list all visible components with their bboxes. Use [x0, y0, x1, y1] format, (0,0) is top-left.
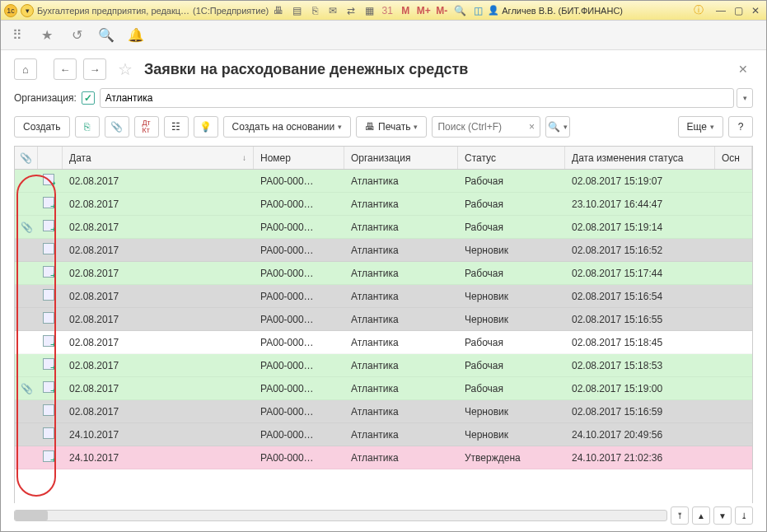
- panel-icon[interactable]: ◫: [471, 4, 484, 17]
- table-row[interactable]: 02.08.2017РА00-000…АтлантикаЧерновик02.0…: [15, 400, 752, 423]
- attach-button[interactable]: 📎: [105, 116, 129, 138]
- dtkt-button[interactable]: ДтКт: [134, 116, 159, 138]
- dropdown-icon[interactable]: ▾: [21, 4, 34, 17]
- preview-icon[interactable]: ▤: [290, 4, 303, 17]
- org-cell: Атлантика: [344, 337, 458, 348]
- apps-icon[interactable]: ⠿: [9, 27, 26, 44]
- user-label[interactable]: 👤 Агличев В.В. (БИТ.ФИНАНС): [488, 5, 623, 16]
- scroll-up-button[interactable]: ▲: [692, 506, 710, 525]
- scroll-down-button[interactable]: ▼: [713, 506, 732, 525]
- changed-cell: 02.08.2017 15:18:53: [565, 360, 715, 371]
- date-cell: 02.08.2017: [63, 291, 254, 302]
- col-changed[interactable]: Дата изменения статуса: [565, 147, 715, 169]
- col-number[interactable]: Номер: [254, 147, 344, 169]
- col-date[interactable]: Дата↓: [63, 147, 254, 169]
- m-minus-icon[interactable]: M-: [435, 4, 448, 17]
- table-row[interactable]: 📎02.08.2017РА00-000…АтлантикаРабочая02.0…: [15, 377, 752, 400]
- history-icon[interactable]: ↺: [68, 27, 85, 44]
- h-scroll-thumb[interactable]: [15, 511, 48, 520]
- search-input[interactable]: [433, 121, 523, 133]
- table-row[interactable]: 📎02.08.2017РА00-000…АтлантикаРабочая02.0…: [15, 216, 752, 239]
- date-cell: 02.08.2017: [63, 268, 254, 279]
- table-row[interactable]: 24.10.2017РА00-000…АтлантикаЧерновик24.1…: [15, 423, 752, 446]
- changed-cell: 02.08.2017 15:17:44: [565, 268, 715, 279]
- m-icon[interactable]: M: [399, 4, 412, 17]
- data-table: 📎 Дата↓ Номер Организация Статус Дата из…: [14, 146, 753, 503]
- favorite-icon[interactable]: ☆: [118, 59, 133, 79]
- idea-button[interactable]: 💡: [194, 116, 218, 138]
- table-row[interactable]: 02.08.2017РА00-000…АтлантикаЧерновик02.0…: [15, 308, 752, 331]
- structure-button[interactable]: ☷: [164, 116, 189, 138]
- table-row[interactable]: 02.08.2017РА00-000…АтлантикаРабочая23.10…: [15, 193, 752, 216]
- date-cell: 02.08.2017: [63, 406, 254, 418]
- table-row[interactable]: 02.08.2017РА00-000…АтлантикаЧерновик02.0…: [15, 239, 752, 262]
- doc-cell: [38, 174, 63, 188]
- forward-button[interactable]: →: [83, 58, 106, 80]
- maximize-button[interactable]: ▢: [731, 4, 746, 17]
- status-cell: Рабочая: [458, 175, 565, 187]
- org-input[interactable]: [100, 88, 734, 108]
- org-cell: Атлантика: [344, 406, 458, 418]
- send-icon[interactable]: ✉: [326, 4, 339, 17]
- changed-cell: 24.10.2017 20:49:56: [565, 429, 715, 441]
- col-org[interactable]: Организация: [344, 147, 458, 169]
- action-toolbar: Создать ⎘ 📎 ДтКт ☷ 💡 Создать на основани…: [1, 116, 766, 146]
- doc-icon: [43, 358, 54, 370]
- calc-icon[interactable]: ▦: [362, 4, 376, 17]
- zoom-icon[interactable]: 🔍: [453, 4, 466, 17]
- copy-doc-button[interactable]: ⎘: [75, 116, 100, 138]
- h-scrollbar[interactable]: [14, 510, 667, 521]
- close-button[interactable]: ✕: [748, 4, 763, 17]
- col-attach[interactable]: 📎: [15, 147, 38, 169]
- clear-search-button[interactable]: ×: [523, 121, 540, 133]
- date-cell: 02.08.2017: [63, 360, 254, 371]
- org-dropdown-button[interactable]: ▾: [737, 88, 753, 108]
- bell-icon[interactable]: 🔔: [128, 27, 144, 44]
- changed-cell: 02.08.2017 15:16:52: [565, 245, 715, 256]
- scroll-top-button[interactable]: ⤒: [671, 506, 689, 525]
- org-checkbox[interactable]: ✓: [82, 91, 95, 105]
- org-cell: Атлантика: [344, 175, 458, 187]
- col-doc[interactable]: [38, 147, 63, 169]
- copy-doc-icon: ⎘: [84, 121, 90, 133]
- create-button[interactable]: Создать: [14, 116, 70, 138]
- home-button[interactable]: ⌂: [14, 58, 37, 80]
- print-button[interactable]: 🖶 Печать ▾: [356, 116, 427, 138]
- bulb-icon: 💡: [199, 121, 212, 133]
- table-row[interactable]: 02.08.2017РА00-000…АтлантикаРабочая02.08…: [15, 354, 752, 377]
- info-icon[interactable]: ⓘ: [692, 4, 705, 17]
- date-cell: 02.08.2017: [63, 245, 254, 256]
- search-icon[interactable]: 🔍: [98, 27, 115, 44]
- scroll-bottom-button[interactable]: ⤓: [735, 506, 753, 525]
- back-button[interactable]: ←: [54, 58, 77, 80]
- doc-cell: [38, 243, 63, 257]
- changed-cell: 02.08.2017 15:19:14: [565, 222, 715, 233]
- compare-icon[interactable]: ⇄: [344, 4, 358, 17]
- calendar-icon[interactable]: 31: [381, 4, 394, 17]
- help-button[interactable]: ?: [728, 116, 753, 138]
- print-icon[interactable]: 🖶: [272, 4, 285, 17]
- doc-icon: [43, 266, 54, 278]
- more-button[interactable]: Еще ▾: [678, 116, 723, 138]
- table-row[interactable]: 24.10.2017РА00-000…АтлантикаУтверждена24…: [15, 446, 752, 469]
- m-plus-icon[interactable]: M+: [417, 4, 430, 17]
- minimize-button[interactable]: —: [713, 4, 728, 17]
- clip-icon: 📎: [110, 121, 123, 133]
- org-filter-row: Организация: ✓ ▾: [1, 85, 766, 116]
- org-cell: Атлантика: [344, 429, 458, 441]
- copy-icon[interactable]: ⎘: [308, 4, 321, 17]
- table-row[interactable]: 02.08.2017РА00-000…АтлантикаРабочая02.08…: [15, 170, 752, 193]
- table-row[interactable]: 02.08.2017РА00-000…АтлантикаЧерновик02.0…: [15, 285, 752, 308]
- close-page-button[interactable]: ✕: [738, 63, 748, 76]
- num-cell: РА00-000…: [254, 198, 344, 210]
- org-cell: Атлантика: [344, 360, 458, 371]
- status-cell: Черновик: [458, 314, 565, 325]
- doc-icon: [43, 312, 54, 324]
- table-row[interactable]: 02.08.2017РА00-000…АтлантикаРабочая02.08…: [15, 331, 752, 354]
- col-rest[interactable]: Осн: [715, 147, 752, 169]
- search-go-button[interactable]: 🔍▾: [545, 116, 570, 138]
- table-row[interactable]: 02.08.2017РА00-000…АтлантикаРабочая02.08…: [15, 262, 752, 285]
- col-status[interactable]: Статус: [458, 147, 565, 169]
- star-icon[interactable]: ★: [39, 27, 55, 44]
- create-based-button[interactable]: Создать на основании ▾: [223, 116, 352, 138]
